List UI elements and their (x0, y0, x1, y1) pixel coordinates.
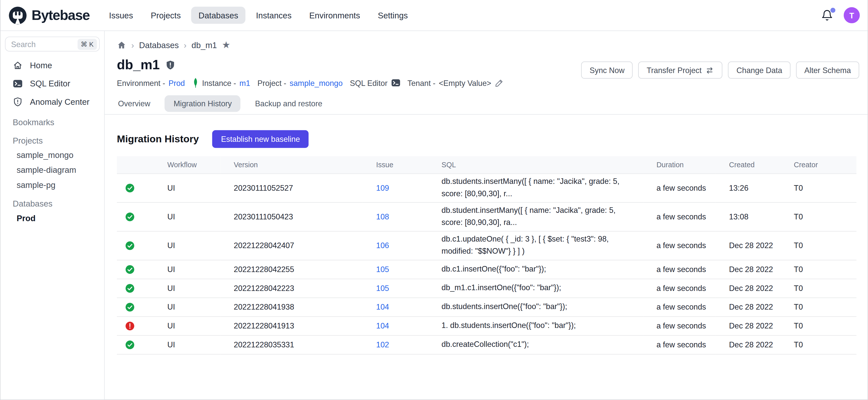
instance-label: Instance - (202, 78, 236, 87)
cell-issue: 105 (363, 279, 429, 298)
cell-workflow: UI (154, 298, 220, 316)
environment-link[interactable]: Prod (168, 78, 185, 87)
cell-workflow: UI (154, 260, 220, 279)
cell-created: Dec 28 2022 (716, 279, 780, 298)
avatar[interactable]: T (844, 7, 860, 24)
migration-row-20221228042223[interactable]: UI20221228042223105db_m1.c1.insertOne({"… (117, 279, 857, 298)
main-content: › Databases › db_m1 ★ db_m1 Sync Now Tra… (105, 31, 868, 400)
migration-table-body: UI20230111052527109db.students.insertMan… (117, 173, 857, 354)
sql-editor-label: SQL Editor (350, 78, 388, 87)
column-header-workflow: Workflow (154, 156, 220, 173)
sync-now-button[interactable]: Sync Now (581, 61, 633, 79)
sidebar-item-sample-diagram[interactable]: sample-diagram (5, 162, 100, 177)
alter-schema-button[interactable]: Alter Schema (796, 61, 859, 79)
issue-link[interactable]: 104 (376, 303, 389, 311)
tab-overview[interactable]: Overview (117, 95, 151, 112)
sidebar-item-sample-pg[interactable]: sample-pg (5, 177, 100, 192)
issue-link[interactable]: 108 (376, 212, 389, 221)
cell-duration: a few seconds (643, 231, 716, 260)
search-input[interactable] (11, 39, 75, 49)
cell-version: 20221228035331 (220, 335, 363, 354)
bookmark-star-icon[interactable]: ★ (222, 39, 230, 51)
environment-label: Environment - (117, 78, 165, 87)
environment-meta: Environment - Prod (117, 78, 185, 87)
cell-status (117, 260, 154, 279)
cell-duration: a few seconds (643, 173, 716, 202)
project-link[interactable]: sample_mongo (290, 78, 343, 87)
cell-duration: a few seconds (643, 316, 716, 335)
migration-row-20230111052527[interactable]: UI20230111052527109db.students.insertMan… (117, 173, 857, 202)
cell-creator: T0 (781, 260, 857, 279)
migration-row-20221228041938[interactable]: UI20221228041938104db.students.insertOne… (117, 298, 857, 316)
notification-bell-button[interactable] (821, 9, 833, 21)
sidebar-item-sql-editor[interactable]: SQL Editor (5, 74, 100, 93)
home-breadcrumb-icon[interactable] (117, 40, 126, 50)
sidebar-item-sample-mongo[interactable]: sample_mongo (5, 147, 100, 162)
cell-created: Dec 28 2022 (716, 231, 780, 260)
sidebar-section-bookmarks: Bookmarks (5, 111, 100, 129)
migration-row-20221228035331[interactable]: UI20221228035331102db.createCollection("… (117, 335, 857, 354)
cell-created: Dec 28 2022 (716, 335, 780, 354)
change-data-button[interactable]: Change Data (728, 61, 790, 79)
home-icon (13, 60, 23, 70)
search-box[interactable]: ⌘ K (5, 36, 100, 51)
column-header-version: Version (220, 156, 363, 173)
cell-sql: db.c1.updateOne( { _id: 3 }, [ { $set: {… (428, 231, 643, 260)
migration-row-20221228042407[interactable]: UI20221228042407106db.c1.updateOne( { _i… (117, 231, 857, 260)
success-check-icon (125, 265, 134, 274)
sidebar: ⌘ K Home SQL Editor (0, 31, 104, 400)
tab-migration-history[interactable]: Migration History (165, 95, 241, 112)
bytebase-logo[interactable]: Bytebase (8, 6, 90, 25)
column-header-duration: Duration (643, 156, 716, 173)
nav-item-settings[interactable]: Settings (371, 6, 415, 24)
nav-item-databases[interactable]: Databases (191, 6, 245, 24)
topbar-right: T (821, 7, 860, 24)
issue-link[interactable]: 105 (376, 265, 389, 274)
issue-link[interactable]: 104 (376, 321, 389, 330)
issue-link[interactable]: 102 (376, 340, 389, 349)
cell-duration: a few seconds (643, 260, 716, 279)
breadcrumb-db-m1[interactable]: db_m1 (191, 40, 217, 50)
bytebase-logo-icon (8, 6, 27, 25)
breadcrumb-databases[interactable]: Databases (139, 40, 179, 50)
project-meta: Project - sample_mongo (257, 78, 343, 87)
tenant-value: <Empty Value> (439, 78, 491, 87)
nav-item-projects[interactable]: Projects (144, 6, 188, 24)
edit-pencil-icon[interactable] (494, 78, 503, 87)
migration-row-20230111050423[interactable]: UI20230111050423108db.student.insertMany… (117, 202, 857, 231)
sidebar-item-prod[interactable]: Prod (5, 211, 100, 225)
issue-link[interactable]: 106 (376, 241, 389, 250)
column-header-created: Created (716, 156, 780, 173)
cell-created: Dec 28 2022 (716, 298, 780, 316)
sql-editor-meta[interactable]: SQL Editor (350, 78, 400, 87)
nav-item-environments[interactable]: Environments (302, 6, 367, 24)
migration-row-20221228041913[interactable]: UI202212280419131041. db.students.insert… (117, 316, 857, 335)
page-title: db_m1 (117, 57, 160, 73)
sidebar-sections: BookmarksProjectssample_mongosample-diag… (5, 111, 100, 225)
project-label: Project - (257, 78, 286, 87)
transfer-project-button[interactable]: Transfer Project (638, 61, 722, 79)
nav-item-issues[interactable]: Issues (102, 6, 140, 24)
cell-version: 20230111052527 (220, 173, 363, 202)
cell-created: Dec 28 2022 (716, 316, 780, 335)
sidebar-item-home[interactable]: Home (5, 56, 100, 74)
cell-status (117, 173, 154, 202)
tenant-meta: Tenant - <Empty Value> (408, 78, 503, 87)
cell-sql: db.student.insertMany([ { name: "Jacika"… (428, 202, 643, 231)
button-label: Alter Schema (804, 66, 851, 74)
issue-link[interactable]: 109 (376, 183, 389, 192)
tab-backup-and-restore[interactable]: Backup and restore (254, 95, 323, 112)
cell-sql: db.students.insertOne({"foo": "bar"}); (428, 298, 643, 316)
cell-duration: a few seconds (643, 279, 716, 298)
sidebar-item-anomaly-center[interactable]: Anomaly Center (5, 92, 100, 111)
migration-row-20221228042255[interactable]: UI20221228042255105db.c1.insertOne({"foo… (117, 260, 857, 279)
issue-link[interactable]: 105 (376, 284, 389, 293)
cell-issue: 108 (363, 202, 429, 231)
establish-baseline-button[interactable]: Establish new baseline (212, 130, 309, 148)
nav-item-instances[interactable]: Instances (249, 6, 299, 24)
column-header-creator: Creator (781, 156, 857, 173)
button-label: Change Data (737, 66, 782, 74)
cell-created: Dec 28 2022 (716, 260, 780, 279)
instance-link[interactable]: m1 (240, 78, 250, 87)
cell-status (117, 298, 154, 316)
